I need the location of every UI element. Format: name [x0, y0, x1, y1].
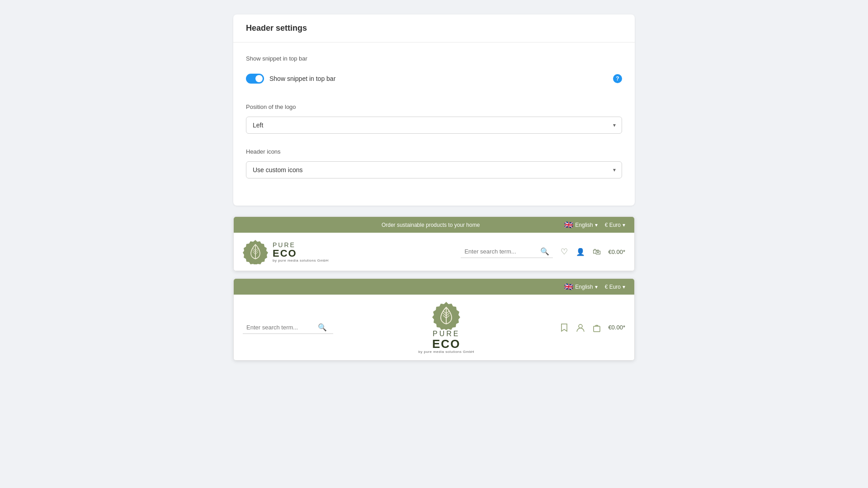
preview-section: Order sustainable products to your home … [233, 216, 635, 361]
preview1-search-icon[interactable]: 🔍 [540, 247, 549, 256]
preview2-logo: PURE ECO by pure media solutions GmbH [418, 301, 474, 354]
snippet-toggle[interactable] [246, 74, 264, 84]
preview1-lang-chevron-icon: ▾ [595, 222, 598, 228]
preview1-logo-text: PURE ECO by pure media solutions GmbH [273, 241, 329, 263]
preview2-currency-chevron-icon: ▾ [623, 284, 625, 290]
preview2-logo-badge [432, 301, 461, 330]
preview1-logo-badge [243, 239, 268, 264]
preview2-search-icon[interactable]: 🔍 [318, 323, 327, 332]
help-icon[interactable]: ? [613, 74, 622, 83]
header-icons-select[interactable]: Use custom icons Use default icons [246, 161, 622, 178]
logo-position-select[interactable]: Left Center Right [246, 117, 622, 134]
preview1-bag-icon[interactable]: 🛍 [592, 247, 602, 257]
preview1-logo-eco: ECO [273, 249, 329, 258]
toggle-left: Show snippet in top bar [246, 74, 335, 84]
toggle-thumb [255, 75, 263, 82]
snippet-toggle-label: Show snippet in top bar [269, 75, 335, 82]
header-icons-label: Header icons [246, 148, 622, 155]
preview1-topbar: Order sustainable products to your home … [234, 217, 634, 233]
preview2-search-input[interactable] [246, 324, 314, 331]
preview2-user-icon[interactable] [576, 323, 585, 333]
preview1-lang-selector[interactable]: 🇬🇧 English ▾ [564, 221, 597, 229]
logo-position-dropdown-wrapper: Left Center Right ▾ [246, 117, 622, 134]
preview2-topbar-right: 🇬🇧 English ▾ € Euro ▾ [564, 282, 625, 291]
preview1-topbar-right: 🇬🇧 English ▾ € Euro ▾ [564, 221, 625, 229]
preview1-currency-selector[interactable]: € Euro ▾ [605, 222, 625, 228]
preview2-cart-price: €0.00* [608, 324, 625, 331]
header-icons-section: Header icons Use custom icons Use defaul… [246, 148, 622, 178]
snippet-section: Show snippet in top bar Show snippet in … [246, 55, 622, 89]
preview1-currency-chevron-icon: ▾ [623, 222, 625, 228]
preview1-nav-right: 🔍 ♡ 👤 🛍 €0.00* [461, 245, 625, 258]
preview1-search-input[interactable] [464, 248, 537, 255]
preview-header-2: 🇬🇧 English ▾ € Euro ▾ 🔍 [233, 278, 635, 361]
preview2-nav: 🔍 PURE [234, 295, 634, 360]
preview2-currency-selector[interactable]: € Euro ▾ [605, 284, 625, 290]
settings-container: Header settings Show snippet in top bar … [226, 0, 642, 382]
header-icons-dropdown-wrapper: Use custom icons Use default icons ▾ [246, 161, 622, 178]
preview2-nav-right: €0.00* [559, 323, 625, 333]
preview1-lang: English [575, 222, 593, 228]
logo-position-section: Position of the logo Left Center Right ▾ [246, 103, 622, 134]
preview2-logo-eco: ECO [432, 338, 460, 350]
preview2-logo-subtitle: by pure media solutions GmbH [418, 350, 474, 354]
preview2-lang-selector[interactable]: 🇬🇧 English ▾ [564, 282, 597, 291]
preview1-nav: PURE ECO by pure media solutions GmbH 🔍 … [234, 233, 634, 271]
svg-rect-15 [594, 326, 600, 332]
preview2-lang: English [575, 284, 593, 290]
svg-point-14 [579, 324, 582, 328]
preview2-lang-chevron-icon: ▾ [595, 284, 598, 290]
snippet-section-label: Show snippet in top bar [246, 55, 622, 62]
preview2-logo-text: PURE ECO by pure media solutions GmbH [418, 330, 474, 354]
settings-body: Show snippet in top bar Show snippet in … [233, 42, 635, 206]
preview2-topbar: 🇬🇧 English ▾ € Euro ▾ [234, 279, 634, 295]
preview1-cart-price: €0.00* [608, 249, 625, 255]
preview1-currency: € Euro [605, 222, 621, 228]
preview1-user-icon[interactable]: 👤 [576, 247, 585, 257]
preview1-logo: PURE ECO by pure media solutions GmbH [243, 239, 329, 264]
preview1-logo-subtitle: by pure media solutions GmbH [273, 258, 329, 263]
preview1-search-bar: 🔍 [461, 245, 553, 258]
snippet-toggle-row: Show snippet in top bar ? [246, 68, 622, 89]
preview1-topbar-message: Order sustainable products to your home [297, 222, 564, 228]
page-title: Header settings [233, 14, 635, 42]
preview2-search-bar: 🔍 [243, 321, 333, 334]
preview2-bookmark-icon[interactable] [559, 323, 569, 333]
preview1-heart-icon[interactable]: ♡ [559, 247, 569, 257]
preview2-currency: € Euro [605, 284, 621, 290]
logo-position-label: Position of the logo [246, 103, 622, 110]
preview2-bag-icon[interactable] [592, 323, 602, 333]
header-settings-card: Header settings Show snippet in top bar … [233, 14, 635, 206]
preview-header-1: Order sustainable products to your home … [233, 216, 635, 271]
